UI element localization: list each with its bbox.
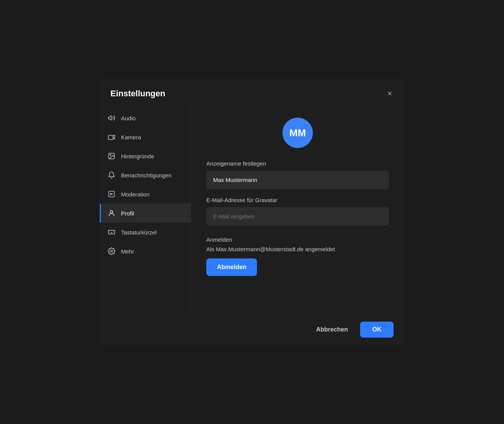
sidebar-item-kamera[interactable]: Kamera [100, 128, 191, 147]
sidebar: Audio Kamera Hintergründe [100, 105, 191, 314]
dialog-footer: Abbrechen OK [100, 314, 404, 345]
sidebar-item-benachrichtigungen[interactable]: Benachrichtigungen [100, 166, 191, 185]
sidebar-item-tastaturkuerzel[interactable]: Tastaturkürzel [100, 223, 191, 242]
ok-button[interactable]: OK [360, 322, 394, 338]
camera-icon [107, 133, 116, 141]
gear-icon [107, 247, 116, 255]
signed-in-text: Als Max.Mustermann@Musterstadt.de angeme… [206, 246, 389, 252]
sidebar-label-moderation: Moderation [121, 191, 150, 198]
profile-icon [107, 209, 116, 217]
avatar: MM [282, 118, 313, 148]
svg-point-9 [110, 231, 110, 232]
svg-point-4 [110, 155, 111, 156]
sidebar-item-moderation[interactable]: M Moderation [100, 185, 191, 204]
sidebar-label-profil: Profil [121, 210, 134, 217]
sidebar-label-audio: Audio [121, 115, 136, 121]
logout-button[interactable]: Abmelden [206, 258, 257, 276]
image-icon [107, 152, 116, 160]
email-label: E-Mail-Adresse für Gravatar [206, 197, 389, 203]
dialog-title: Einstellungen [110, 89, 165, 99]
svg-marker-0 [108, 116, 112, 120]
svg-point-11 [113, 231, 113, 232]
sidebar-label-mehr: Mehr [121, 248, 134, 255]
sidebar-item-profil[interactable]: Profil [100, 204, 191, 223]
display-name-input[interactable] [206, 171, 389, 189]
close-button[interactable]: × [386, 88, 394, 99]
svg-text:M: M [110, 192, 113, 196]
sidebar-label-tastaturkuerzel: Tastaturkürzel [121, 229, 156, 236]
svg-rect-1 [108, 135, 113, 140]
keyboard-icon [107, 228, 116, 236]
content-area: MM Anzeigename festlegen E-Mail-Adresse … [191, 105, 404, 314]
svg-point-7 [110, 210, 113, 213]
settings-dialog: Einstellungen × Audio Kamera [100, 79, 404, 345]
display-name-section: Anzeigename festlegen [206, 160, 389, 189]
svg-marker-2 [113, 135, 115, 139]
email-section: E-Mail-Adresse für Gravatar [206, 197, 389, 226]
svg-point-13 [113, 233, 113, 233]
sidebar-label-kamera: Kamera [121, 134, 141, 140]
sidebar-item-audio[interactable]: Audio [100, 108, 191, 128]
cancel-button[interactable]: Abbrechen [310, 322, 354, 337]
display-name-label: Anzeigename festlegen [206, 160, 389, 167]
moderation-icon: M [107, 190, 116, 198]
audio-icon [107, 114, 116, 122]
active-indicator [100, 204, 101, 223]
sidebar-label-benachrichtigungen: Benachrichtigungen [121, 172, 172, 179]
svg-point-12 [110, 233, 110, 233]
dialog-header: Einstellungen × [100, 79, 404, 105]
sidebar-item-mehr[interactable]: Mehr [100, 242, 191, 261]
svg-rect-14 [111, 233, 112, 233]
svg-point-10 [111, 231, 112, 232]
dialog-body: Audio Kamera Hintergründe [100, 105, 404, 314]
email-input[interactable] [206, 207, 389, 226]
bell-icon [107, 171, 116, 179]
sidebar-label-hintergruende: Hintergründe [121, 153, 154, 159]
sign-in-section: Anmelden Als Max.Mustermann@Musterstadt.… [206, 236, 389, 276]
sign-in-label: Anmelden [206, 236, 389, 243]
sidebar-item-hintergruende[interactable]: Hintergründe [100, 147, 191, 166]
svg-rect-8 [108, 230, 115, 234]
svg-point-15 [111, 250, 113, 252]
